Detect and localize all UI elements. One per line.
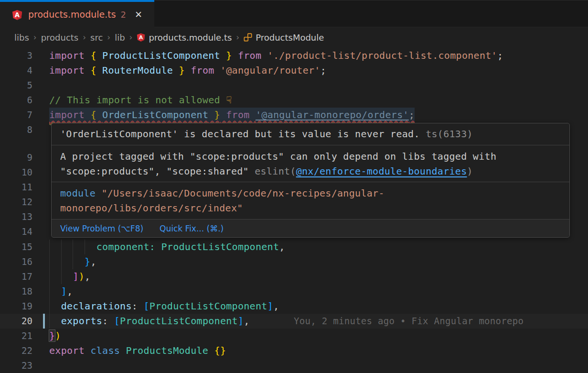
code-text: ], (49, 284, 73, 299)
ts-diagnostic-message: 'OrderListComponent' is declared but its… (60, 128, 420, 140)
line-number: 11 (0, 180, 32, 195)
code-line-3[interactable]: 3import { ProductListComponent } from '.… (0, 48, 588, 63)
code-text: import { ProductListComponent } from './… (49, 48, 503, 63)
line-number: 14 (0, 224, 32, 239)
line-number: 23 (0, 358, 32, 373)
code-text: declarations: [ProductListComponent], (49, 299, 279, 314)
ts-diagnostic-source: ts(6133) (426, 128, 473, 140)
hover-tooltip: 'OrderListComponent' is declared but its… (51, 123, 570, 238)
code-text: exports: [ProductListComponent], (49, 314, 250, 329)
line-number: 12 (0, 195, 32, 209)
vscode-window: A products.module.ts 2 ✕ libs › products… (0, 0, 588, 373)
active-tab-indicator (0, 0, 154, 2)
code-text: }) (49, 329, 61, 343)
module-path-line1: "/Users/isaac/Documents/code/nx-recipes/… (96, 187, 385, 199)
code-line-6[interactable]: 6// This import is not allowed ☟ (0, 93, 588, 108)
angular-icon: A (12, 10, 22, 20)
code-text: ]), (49, 269, 90, 284)
chevron-right-icon: › (103, 33, 115, 42)
hover-action-bar: View Problem (⌥F8) Quick Fix... (⌘.) (52, 219, 569, 237)
eslint-message-line1: A project tagged with "scope:products" c… (60, 151, 496, 162)
line-number: 13 (0, 209, 32, 224)
line-number: 19 (0, 299, 32, 314)
view-problem-action[interactable]: View Problem (⌥F8) (60, 224, 143, 233)
eslint-diagnostic-row: A project tagged with "scope:products" c… (52, 145, 569, 182)
breadcrumb-item-src[interactable]: src (90, 33, 103, 43)
code-line-22[interactable]: 22export class ProductsModule {} (0, 343, 588, 358)
eslint-source-open: eslint( (255, 165, 296, 177)
line-number: 17 (0, 269, 32, 284)
eslint-message-line2: "scope:products", "scope:shared" (60, 165, 255, 177)
symbol-class-icon (244, 33, 252, 42)
line-number: 9 (0, 150, 32, 165)
code-line-17[interactable]: 17 ]), (0, 269, 588, 284)
line-number: 8 (0, 122, 32, 137)
code-text: component: ProductListComponent, (49, 240, 285, 254)
svg-text:A: A (139, 34, 143, 40)
code-line-4[interactable]: 4import { RouterModule } from '@angular/… (0, 63, 588, 78)
code-text: import { RouterModule } from '@angular/r… (49, 63, 326, 78)
eslint-source-close: ) (467, 165, 473, 177)
tab-title: products.module.ts (28, 9, 116, 20)
line-number: 5 (0, 78, 32, 93)
code-line-20[interactable]: 20 exports: [ProductListComponent],You, … (0, 314, 588, 329)
breadcrumb-symbol-label: ProductsModule (256, 33, 324, 43)
quick-fix-action[interactable]: Quick Fix... (⌘.) (160, 224, 224, 233)
code-line-18[interactable]: 18 ], (0, 284, 588, 299)
chevron-right-icon: › (78, 33, 90, 42)
chevron-right-icon: › (29, 33, 41, 42)
code-editor[interactable]: 3import { ProductListComponent } from '.… (0, 47, 588, 373)
line-number: 10 (0, 165, 32, 180)
module-info-row: module "/Users/isaac/Documents/code/nx-r… (52, 182, 569, 219)
breadcrumb-item-file[interactable]: A products.module.ts (137, 33, 232, 43)
angular-icon: A (137, 33, 145, 42)
chevron-right-icon: › (232, 33, 244, 42)
git-modified-gutter-bar (43, 314, 45, 329)
breadcrumb-item-symbol[interactable]: ProductsModule (244, 33, 324, 43)
code-line-7[interactable]: 7import { OrderListComponent } from '@an… (0, 108, 588, 122)
close-icon[interactable]: ✕ (135, 10, 142, 19)
breadcrumb-file-label: products.module.ts (149, 33, 232, 43)
line-number: 18 (0, 284, 32, 299)
breadcrumb-item-libs[interactable]: libs (14, 33, 29, 43)
code-line-23[interactable]: 23 (0, 358, 588, 373)
eslint-rule-link[interactable]: @nx/enforce-module-boundaries (296, 165, 467, 177)
code-line-21[interactable]: 21}) (0, 329, 588, 343)
line-number: 7 (0, 108, 32, 122)
line-number: 15 (0, 240, 32, 254)
tab-bar: A products.module.ts 2 ✕ (0, 0, 588, 27)
error-squiggle: import { OrderListComponent } from '@ang… (49, 109, 415, 121)
code-line-15[interactable]: 15 component: ProductListComponent, (0, 240, 588, 254)
line-number: 3 (0, 48, 32, 63)
line-number: 22 (0, 343, 32, 358)
module-keyword: module (60, 187, 96, 199)
chevron-right-icon: › (125, 33, 137, 42)
module-path-line2: monorepo/libs/orders/src/index" (60, 202, 243, 214)
code-text: export class ProductsModule {} (49, 343, 226, 358)
git-blame-annotation: You, 2 minutes ago • Fix Angular monorep… (294, 314, 524, 329)
breadcrumb-item-products[interactable]: products (41, 33, 79, 43)
code-text: }, (49, 254, 96, 269)
code-line-16[interactable]: 16 }, (0, 254, 588, 269)
ts-diagnostic-row: 'OrderListComponent' is declared but its… (52, 123, 569, 145)
tab-products-module[interactable]: A products.module.ts 2 ✕ (0, 0, 154, 28)
line-number: 20 (0, 314, 32, 329)
svg-text:A: A (15, 11, 20, 19)
code-text: // This import is not allowed ☟ (49, 93, 232, 108)
code-line-5[interactable]: 5 (0, 78, 588, 93)
line-number: 16 (0, 254, 32, 269)
breadcrumb: libs › products › src › lib › A products… (0, 27, 588, 47)
code-text: import { OrderListComponent } from '@ang… (49, 108, 415, 122)
code-line-19[interactable]: 19 declarations: [ProductListComponent], (0, 299, 588, 314)
line-number: 21 (0, 329, 32, 343)
line-number: 6 (0, 93, 32, 108)
line-number: 4 (0, 63, 32, 78)
breadcrumb-item-lib[interactable]: lib (115, 33, 125, 43)
tab-problem-count-badge: 2 (121, 10, 126, 20)
